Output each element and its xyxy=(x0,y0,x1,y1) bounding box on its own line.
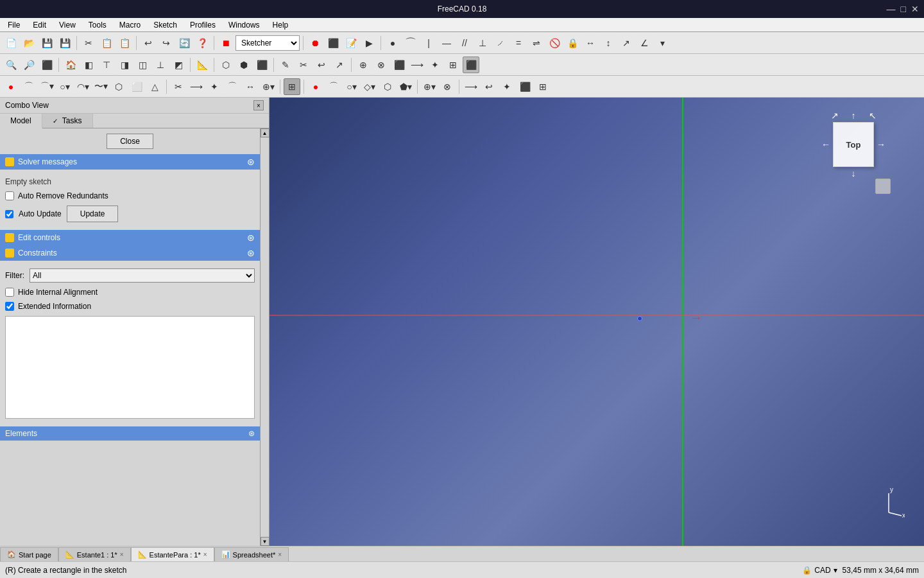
sketch4-btn[interactable]: ↗ xyxy=(331,57,348,73)
refresh-btn[interactable]: 🔄 xyxy=(176,35,193,51)
part3-btn[interactable]: ⬛ xyxy=(253,57,270,73)
part2-btn[interactable]: ⬢ xyxy=(235,57,252,73)
combo-view-close-icon[interactable]: × xyxy=(253,100,264,110)
edit-controls-collapse-btn[interactable]: ⊛ xyxy=(247,232,255,243)
equal-btn[interactable]: = xyxy=(510,35,527,51)
poly-tool-btn[interactable]: ⬡ xyxy=(110,78,127,95)
scroll-down-arrow[interactable]: ▼ xyxy=(261,537,270,546)
paste-btn[interactable]: 📋 xyxy=(116,35,133,51)
bottom-view-btn[interactable]: ⊥ xyxy=(152,57,169,73)
menu-file[interactable]: File xyxy=(3,19,25,31)
edit-controls-header[interactable]: Edit controls ⊛ xyxy=(0,230,260,245)
menu-sketch[interactable]: Sketch xyxy=(148,19,182,31)
nav-arrow-up[interactable]: ↑ xyxy=(851,110,856,121)
tab-estante1[interactable]: 📐 Estante1 : 1* × xyxy=(58,547,131,561)
extended-info-checkbox[interactable] xyxy=(5,302,14,311)
tab-start-page[interactable]: 🏠 Start page xyxy=(0,547,58,561)
lock-btn[interactable]: 🔒 xyxy=(564,35,581,51)
split-btn[interactable]: ✦ xyxy=(206,78,223,95)
vert-dist-btn[interactable]: ↕ xyxy=(600,35,617,51)
point-btn[interactable]: ● xyxy=(384,35,401,51)
save-btn[interactable]: 💾 xyxy=(38,35,55,51)
dim4-btn[interactable]: ◇▾ xyxy=(361,78,378,95)
rect-tool-btn[interactable]: ⬜ xyxy=(128,78,145,95)
estante1-close[interactable]: × xyxy=(120,551,124,558)
perp-btn[interactable]: ⊥ xyxy=(474,35,491,51)
more-btn[interactable]: ⊕ xyxy=(355,57,372,73)
open-btn[interactable]: 📂 xyxy=(21,35,37,51)
fit-sel-btn[interactable]: 🔎 xyxy=(21,57,37,73)
fillet-btn[interactable]: ⌒ xyxy=(224,78,241,95)
nav-arrow-right[interactable]: → xyxy=(877,139,886,150)
solver-messages-header[interactable]: Solver messages ⊛ xyxy=(0,154,260,170)
symm-btn[interactable]: ⇌ xyxy=(528,35,545,51)
dim1-btn[interactable]: ● xyxy=(307,78,324,95)
maximize-button[interactable]: □ xyxy=(901,4,906,14)
update-button[interactable]: Update xyxy=(67,206,119,222)
nav-cube-face[interactable]: Top xyxy=(833,122,874,167)
cad-dropdown-arrow[interactable]: ▾ xyxy=(834,566,837,575)
dim6-btn[interactable]: ⬟▾ xyxy=(397,78,414,95)
horiz-dist-btn[interactable]: ↔ xyxy=(582,35,599,51)
grid-btn[interactable]: ⊞ xyxy=(284,78,300,95)
dim2-btn[interactable]: ⌒ xyxy=(325,78,342,95)
solver-collapse-btn[interactable]: ⊛ xyxy=(247,157,255,167)
menu-tools[interactable]: Tools xyxy=(83,19,112,31)
conic-tool-btn[interactable]: ◠▾ xyxy=(74,78,91,95)
dim3-btn[interactable]: ○▾ xyxy=(343,78,360,95)
scroll-up-arrow[interactable]: ▲ xyxy=(261,128,270,137)
ext-btn[interactable]: ⊗ xyxy=(373,57,389,73)
tab-tasks[interactable]: ✓ Tasks xyxy=(42,114,93,128)
coincident-btn[interactable]: ⌒ xyxy=(402,35,419,51)
constraints-header[interactable]: Constraints ⊛ xyxy=(0,245,260,261)
tab-model[interactable]: Model xyxy=(0,114,42,128)
horizontal-btn[interactable]: — xyxy=(438,35,455,51)
menu-windows[interactable]: Windows xyxy=(223,19,265,31)
right-btn[interactable]: ◨ xyxy=(116,57,133,73)
3d-viewport[interactable]: → ↗ ↑ ↖ ← Top → xyxy=(270,98,924,546)
std-views-btn[interactable]: 📐 xyxy=(194,57,210,73)
edit-macro-btn[interactable]: 📝 xyxy=(343,35,359,51)
clr-btn[interactable]: ⬛ xyxy=(391,57,407,73)
ext3-btn[interactable]: ✦ xyxy=(499,78,515,95)
bspline-tool-btn[interactable]: 〜▾ xyxy=(92,78,109,95)
sketch1-btn[interactable]: ✎ xyxy=(277,57,294,73)
nav-corner-cube[interactable] xyxy=(875,179,891,194)
line-tool-btn[interactable]: ⌒ xyxy=(21,78,37,95)
stop-btn[interactable]: ⏹ xyxy=(218,35,234,51)
draw-style-btn[interactable]: ⬛ xyxy=(38,57,55,73)
menu-view[interactable]: View xyxy=(54,19,81,31)
estantepara-close[interactable]: × xyxy=(203,551,207,558)
circle-tool-btn[interactable]: ○▾ xyxy=(56,78,73,95)
top-btn[interactable]: ⊤ xyxy=(98,57,115,73)
con1-btn[interactable]: ⊕▾ xyxy=(421,78,438,95)
tri-tool-btn[interactable]: △ xyxy=(146,78,163,95)
arc-tool-btn[interactable]: ⌒▾ xyxy=(38,78,55,95)
new-file-btn[interactable]: 📄 xyxy=(3,35,19,51)
copy-btn[interactable]: 📋 xyxy=(98,35,115,51)
home-btn[interactable]: 🏠 xyxy=(62,57,79,73)
dim5-btn[interactable]: ⬡ xyxy=(379,78,396,95)
ext1-btn[interactable]: ⟶ xyxy=(463,78,479,95)
spreadsheet-close[interactable]: × xyxy=(278,551,282,558)
nav-arrow-left[interactable]: ← xyxy=(821,139,830,150)
clone-btn[interactable]: ⊕▾ xyxy=(260,78,277,95)
sym-btn[interactable]: ⟶ xyxy=(409,57,425,73)
front-btn[interactable]: ◧ xyxy=(80,57,97,73)
nav-arrow-top-left[interactable]: ↗ xyxy=(831,110,839,121)
ext4-btn[interactable]: ⬛ xyxy=(517,78,533,95)
sketch2-btn[interactable]: ✂ xyxy=(295,57,312,73)
sketch3-btn[interactable]: ↩ xyxy=(313,57,330,73)
tab-estantepara[interactable]: 📐 EstantePara : 1* × xyxy=(131,547,214,561)
parallel-btn[interactable]: // xyxy=(456,35,473,51)
nav-arrow-down[interactable]: ↓ xyxy=(851,168,856,179)
more-constraints-btn[interactable]: ▾ xyxy=(654,35,671,51)
auto-update-checkbox[interactable] xyxy=(5,210,13,218)
rear-btn[interactable]: ◫ xyxy=(134,57,151,73)
workbench-selector[interactable]: Sketcher xyxy=(235,35,300,51)
help-btn[interactable]: ❓ xyxy=(194,35,210,51)
nav-arrow-top-right[interactable]: ↖ xyxy=(869,110,877,121)
mirror-btn[interactable]: ↔ xyxy=(242,78,259,95)
auto-remove-checkbox[interactable] xyxy=(5,191,14,200)
int-btn[interactable]: ✦ xyxy=(427,57,443,73)
